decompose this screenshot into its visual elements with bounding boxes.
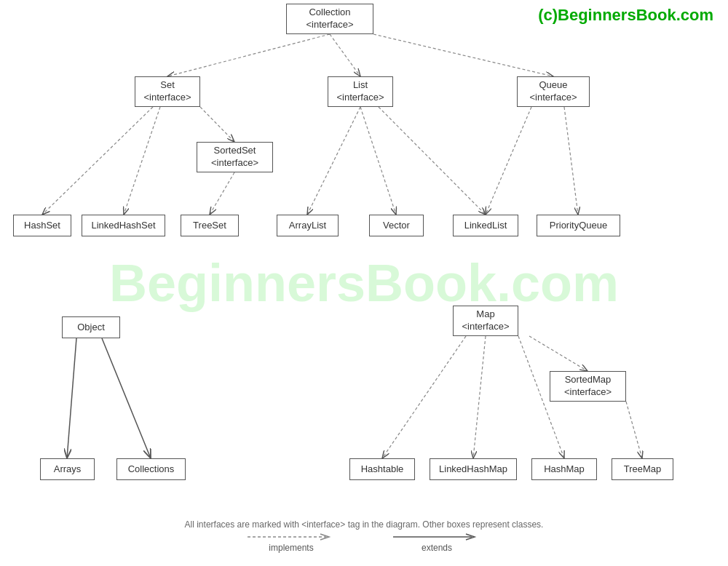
node-sortedset: SortedSet <interface> — [197, 142, 273, 172]
legend-extends: extends — [393, 533, 480, 553]
svg-line-3 — [200, 107, 234, 142]
svg-line-7 — [307, 107, 360, 215]
svg-line-18 — [626, 402, 642, 458]
svg-line-15 — [382, 336, 466, 458]
node-treeset: TreeSet — [181, 215, 239, 236]
svg-line-0 — [167, 34, 330, 76]
node-hashtable: Hashtable — [349, 458, 415, 480]
legend-implements: implements — [248, 533, 335, 553]
svg-line-12 — [67, 338, 76, 458]
node-queue: Queue <interface> — [517, 76, 590, 107]
brand-label: (c)BeginnersBook.com — [538, 6, 713, 25]
svg-line-9 — [379, 107, 486, 215]
node-linkedhashset: LinkedHashSet — [82, 215, 165, 236]
node-list: List <interface> — [328, 76, 393, 107]
svg-line-10 — [486, 107, 531, 215]
svg-line-2 — [373, 34, 553, 76]
node-collections: Collections — [116, 458, 186, 480]
node-linkedlist: LinkedList — [453, 215, 518, 236]
node-map: Map <interface> — [453, 306, 518, 336]
watermark: BeginnersBook.com — [109, 253, 619, 313]
node-object: Object — [62, 316, 120, 338]
svg-line-1 — [330, 34, 360, 76]
svg-line-6 — [210, 172, 234, 215]
node-arraylist: ArrayList — [277, 215, 339, 236]
node-linkedhashmap: LinkedHashMap — [430, 458, 517, 480]
node-arrays: Arrays — [40, 458, 95, 480]
implements-line-icon — [248, 533, 335, 541]
node-collection: Collection <interface> — [286, 4, 373, 34]
svg-line-14 — [529, 336, 587, 371]
svg-line-16 — [473, 336, 486, 458]
node-priorityqueue: PriorityQueue — [537, 215, 620, 236]
svg-line-13 — [102, 338, 151, 458]
node-sortedmap: SortedMap <interface> — [550, 371, 626, 402]
svg-line-4 — [42, 107, 153, 215]
node-vector: Vector — [369, 215, 424, 236]
node-hashset: HashSet — [13, 215, 71, 236]
svg-line-11 — [564, 107, 578, 215]
diagram-container: BeginnersBook.com (c)BeginnersBook.com — [0, 0, 728, 566]
legend: implements extends — [0, 533, 728, 553]
node-set: Set <interface> — [135, 76, 200, 107]
svg-line-8 — [360, 107, 396, 215]
extends-line-icon — [393, 533, 480, 541]
node-hashmap: HashMap — [531, 458, 597, 480]
node-treemap: TreeMap — [612, 458, 673, 480]
footnote: All interfaces are marked with <interfac… — [0, 519, 728, 530]
svg-line-5 — [124, 107, 160, 215]
